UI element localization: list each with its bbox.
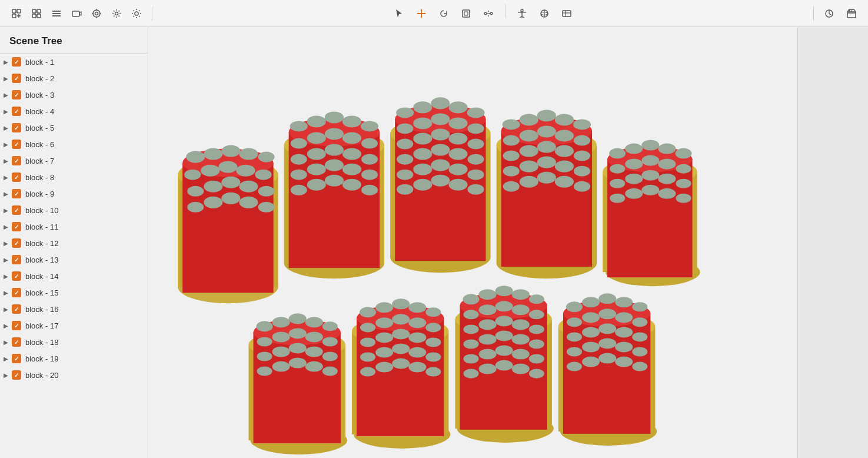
svg-point-153 [520,145,538,157]
svg-point-258 [479,304,497,315]
visibility-checkbox[interactable] [12,288,21,297]
scene-item-6[interactable]: ▶block - 6 [0,136,148,152]
add-icon[interactable] [7,4,26,23]
orbit-icon[interactable] [535,4,554,23]
visibility-checkbox[interactable] [12,271,21,281]
svg-point-264 [495,316,513,326]
settings-icon[interactable] [107,4,126,23]
scene-item-18[interactable]: ▶block - 18 [0,334,148,350]
scene-item-4[interactable]: ▶block - 4 [0,103,148,120]
expand-arrow-icon[interactable]: ▶ [4,339,12,346]
svg-point-175 [658,144,676,154]
visibility-checkbox[interactable] [12,156,21,165]
target-icon[interactable] [87,4,106,23]
expand-arrow-icon[interactable]: ▶ [4,306,12,313]
svg-point-225 [408,302,426,313]
scene-item-1[interactable]: ▶block - 1 [0,54,148,70]
svg-point-94 [325,160,344,171]
visibility-checkbox[interactable] [12,304,21,314]
viewport[interactable] [148,27,797,458]
visibility-checkbox[interactable] [12,189,21,198]
svg-point-203 [272,331,290,342]
clapper-icon[interactable] [842,4,861,23]
visibility-checkbox[interactable] [12,107,21,116]
visibility-checkbox[interactable] [12,205,21,215]
expand-arrow-icon[interactable]: ▶ [4,158,12,164]
expand-arrow-icon[interactable]: ▶ [4,372,12,379]
view-icon[interactable] [557,4,576,23]
scene-item-15[interactable]: ▶block - 15 [0,284,148,301]
expand-arrow-icon[interactable]: ▶ [4,257,12,263]
expand-arrow-icon[interactable]: ▶ [4,174,12,181]
scene-item-label: block - 7 [25,157,54,165]
visibility-checkbox[interactable] [12,370,21,380]
transform-icon[interactable] [479,4,498,23]
svg-point-110 [448,101,467,113]
expand-arrow-icon[interactable]: ▶ [4,224,12,230]
svg-point-81 [361,121,378,131]
move-icon[interactable] [412,4,431,23]
scene-item-5[interactable]: ▶block - 5 [0,120,148,136]
scene-list[interactable]: ▶block - 1▶block - 2▶block - 3▶block - 4… [0,54,148,458]
timeline-icon[interactable] [820,4,839,23]
svg-point-215 [305,361,323,372]
camera-icon[interactable] [67,4,86,23]
scene-item-7[interactable]: ▶block - 7 [0,152,148,169]
visibility-checkbox[interactable] [12,123,21,132]
svg-point-230 [408,317,426,328]
scene-item-11[interactable]: ▶block - 11 [0,218,148,235]
expand-arrow-icon[interactable]: ▶ [4,356,12,362]
expand-arrow-icon[interactable]: ▶ [4,240,12,247]
expand-arrow-icon[interactable]: ▶ [4,59,12,65]
scene-item-12[interactable]: ▶block - 12 [0,235,148,251]
scene-item-16[interactable]: ▶block - 16 [0,301,148,317]
select-icon[interactable] [390,4,408,23]
svg-point-121 [467,139,484,150]
scene-item-19[interactable]: ▶block - 19 [0,350,148,367]
scene-item-13[interactable]: ▶block - 13 [0,251,148,268]
scene-item-2[interactable]: ▶block - 2 [0,70,148,87]
svg-point-240 [408,347,426,357]
scene-item-17[interactable]: ▶block - 17 [0,317,148,334]
sun-icon[interactable] [127,4,146,23]
visibility-checkbox[interactable] [12,57,21,67]
scene-item-3[interactable]: ▶block - 3 [0,87,148,103]
menu-icon[interactable] [47,4,66,23]
visibility-checkbox[interactable] [12,321,21,330]
expand-arrow-icon[interactable]: ▶ [4,191,12,197]
svg-point-263 [479,319,497,330]
scene-item-9[interactable]: ▶block - 9 [0,185,148,202]
expand-arrow-icon[interactable]: ▶ [4,108,12,115]
grid-icon[interactable] [27,4,46,23]
svg-point-222 [360,307,376,317]
expand-arrow-icon[interactable]: ▶ [4,207,12,214]
expand-arrow-icon[interactable]: ▶ [4,125,12,131]
visibility-checkbox[interactable] [12,90,21,99]
visibility-checkbox[interactable] [12,354,21,363]
expand-arrow-icon[interactable]: ▶ [4,141,12,148]
expand-arrow-icon[interactable]: ▶ [4,273,12,280]
svg-point-149 [537,125,556,137]
visibility-checkbox[interactable] [12,222,21,231]
expand-arrow-icon[interactable]: ▶ [4,323,12,329]
visibility-checkbox[interactable] [12,337,21,347]
svg-point-77 [290,121,308,131]
expand-arrow-icon[interactable]: ▶ [4,290,12,296]
scale-icon[interactable] [457,4,475,23]
visibility-checkbox[interactable] [12,140,21,149]
scene-item-10[interactable]: ▶block - 10 [0,202,148,218]
expand-arrow-icon[interactable]: ▶ [4,75,12,82]
scene-item-8[interactable]: ▶block - 8 [0,169,148,185]
svg-point-116 [467,123,484,134]
visibility-checkbox[interactable] [12,238,21,248]
scene-item-20[interactable]: ▶block - 20 [0,367,148,383]
svg-point-244 [392,359,410,369]
rotate-icon[interactable] [434,4,453,23]
anchor-icon[interactable] [513,4,531,23]
expand-arrow-icon[interactable]: ▶ [4,92,12,98]
visibility-checkbox[interactable] [12,74,21,83]
scene-item-14[interactable]: ▶block - 14 [0,268,148,284]
visibility-checkbox[interactable] [12,255,21,264]
visibility-checkbox[interactable] [12,172,21,182]
svg-point-231 [425,323,441,332]
